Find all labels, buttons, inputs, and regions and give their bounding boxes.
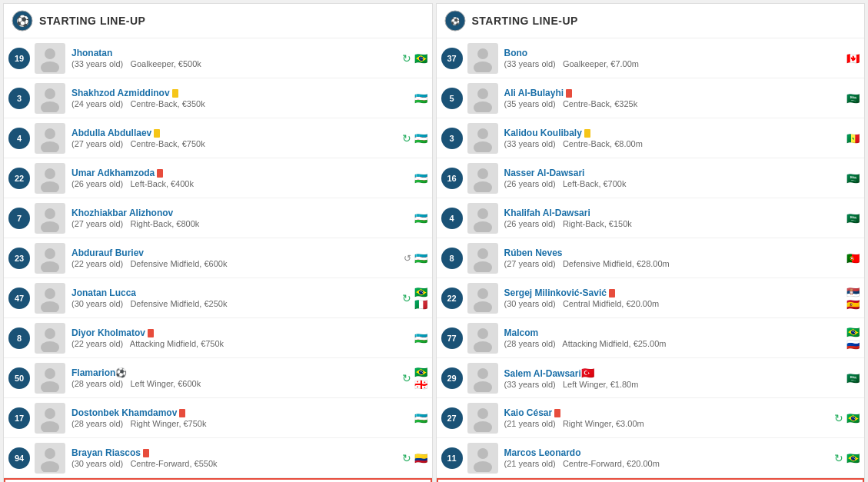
player-info: Brayan Riascos (30 years old) Centre-For… [72,447,397,468]
left-team-logo: ⚽ [12,10,33,32]
right-team-logo: ⚽ [444,10,466,32]
player-name[interactable]: Bono [504,48,840,58]
player-name[interactable]: Khozhiakbar Alizhonov [72,208,407,218]
player-details: (33 years old) Left Winger, €1.80m [504,380,840,389]
jersey-number: 94 [8,447,30,469]
jersey-number: 3 [8,88,30,109]
player-info: Bono (33 years old) Goalkeeper, €7.00m [504,48,840,68]
player-name[interactable]: Brayan Riascos [72,447,397,458]
svg-point-30 [477,128,488,139]
jersey-number: 8 [8,327,30,349]
table-row: 47 Jonatan Lucca (30 years old) Defensiv… [4,278,432,318]
player-action-icons: ↻ [402,292,411,304]
flag-icon: 🇵🇹 [846,253,860,264]
player-name[interactable]: Rúben Neves [504,248,840,258]
player-flags: 🇸🇦 [846,173,860,184]
sub-off-icon: ↺ [404,253,411,264]
player-details: (27 years old) Right-Back, €800k [72,219,407,228]
player-photo [467,363,498,394]
player-flags: 🇧🇷🇷🇺 [846,327,860,350]
player-name[interactable]: Jhonatan [72,48,397,58]
svg-point-44 [477,408,488,419]
player-name[interactable]: Kalidou Koulibaly [504,128,840,138]
player-photo [467,203,498,234]
player-name[interactable]: Diyor Kholmatov [72,327,407,338]
player-details: (26 years old) Right-Back, €150k [504,219,840,228]
player-action-icons: ↻ [402,132,411,145]
player-flags: 🇺🇿 [414,253,427,264]
red-card-icon [143,449,149,457]
right-team-header: ⚽ STARTING LINE-UP [437,4,865,38]
table-row: 3 Kalidou Koulibaly (33 years old) Centr… [437,118,865,158]
player-details: (33 years old) Centre-Back, €8.00m [504,139,840,148]
svg-point-8 [45,168,55,179]
player-name[interactable]: Ali Al-Bulayhi [504,88,840,98]
table-row: 22 Umar Adkhamzoda (26 years old) Left-B… [4,158,432,198]
player-name[interactable]: Dostonbek Khamdamov [72,407,407,418]
player-name[interactable]: Kaio César [504,407,830,418]
player-details: (33 years old) Goalkeeper, €7.00m [504,59,840,68]
player-name[interactable]: Malcom [504,327,840,338]
player-flags: 🇸🇦 [846,93,860,104]
player-name[interactable]: Marcos Leonardo [504,447,830,458]
flag-icon: 🇸🇦 [846,93,860,104]
flag-icon: 🇸🇦 [846,373,860,384]
jersey-number: 22 [441,288,463,309]
player-name[interactable]: Sergej Milinković-Savić [504,288,840,298]
svg-point-18 [45,368,55,379]
player-flags: 🇺🇿 [414,413,427,424]
player-info: Khozhiakbar Alizhonov (27 years old) Rig… [72,208,407,228]
player-photo [35,403,65,434]
flag-icon: 🇺🇿 [414,173,427,184]
svg-point-23 [41,461,59,472]
table-row: 29 Salem Al-Dawsari🇹🇷 (33 years old) Lef… [437,358,865,398]
player-info: Jhonatan (33 years old) Goalkeeper, €500… [72,48,397,68]
player-action-icons: ↻ [402,452,411,464]
player-info: Marcos Leonardo (21 years old) Centre-Fo… [504,447,830,468]
table-row: 22 Sergej Milinković-Savić (30 years old… [437,278,865,318]
player-name[interactable]: Umar Adkhamzoda [72,168,407,178]
player-details: (35 years old) Centre-Back, €325k [504,99,840,108]
svg-point-40 [477,328,488,339]
player-name[interactable]: Salem Al-Dawsari🇹🇷 [504,367,840,379]
red-card-icon [554,409,560,417]
right-player-list: 37 Bono (33 years old) Goalkeeper, €7.00… [437,38,865,478]
flag-icon: 🇺🇿 [414,93,427,104]
player-flags: 🇧🇷 [846,413,860,424]
flag-icon: 🇬🇪 [414,379,427,390]
flag-icon: 🇧🇷 [846,327,860,337]
jersey-number: 22 [8,168,30,189]
jersey-number: 5 [441,88,463,109]
jersey-number: 19 [8,48,30,69]
svg-point-11 [41,221,59,232]
player-photo [35,323,65,354]
red-card-icon [148,329,154,337]
svg-point-47 [474,461,492,472]
svg-text:⚽: ⚽ [451,16,461,26]
jersey-number: 29 [441,367,463,389]
table-row: 16 Nasser Al-Dawsari (26 years old) Left… [437,158,865,198]
flag-icon: 🇺🇿 [414,253,427,264]
player-name[interactable]: Nasser Al-Dawsari [504,168,840,178]
player-photo [467,403,498,434]
main-container: ⚽ STARTING LINE-UP 19 Jhonatan (33 years… [0,0,868,482]
player-details: (30 years old) Centre-Forward, €550k [72,459,397,468]
red-card-icon [609,289,615,298]
svg-point-37 [474,261,492,272]
player-name[interactable]: Jonatan Lucca [72,288,397,298]
table-row: 23 Abdurauf Buriev (22 years old) Defens… [4,238,432,278]
player-name[interactable]: Flamarion⚽ [72,367,397,378]
player-name[interactable]: Abdulla Abdullaev [72,128,397,138]
player-info: Dostonbek Khamdamov (28 years old) Right… [72,407,407,428]
svg-point-13 [41,261,59,272]
player-photo [467,443,498,474]
sub-on-icon: ↻ [402,132,411,145]
player-name[interactable]: Abdurauf Buriev [72,248,399,258]
jersey-number: 8 [441,248,463,269]
flag-icon: 🇧🇷 [414,287,427,298]
player-name[interactable]: Khalifah Al-Dawsari [504,208,840,218]
country-flag-icon: 🇹🇷 [581,367,594,379]
player-name[interactable]: Shakhzod Azmiddinov [72,88,407,98]
svg-point-34 [477,208,488,219]
player-photo [467,323,498,354]
